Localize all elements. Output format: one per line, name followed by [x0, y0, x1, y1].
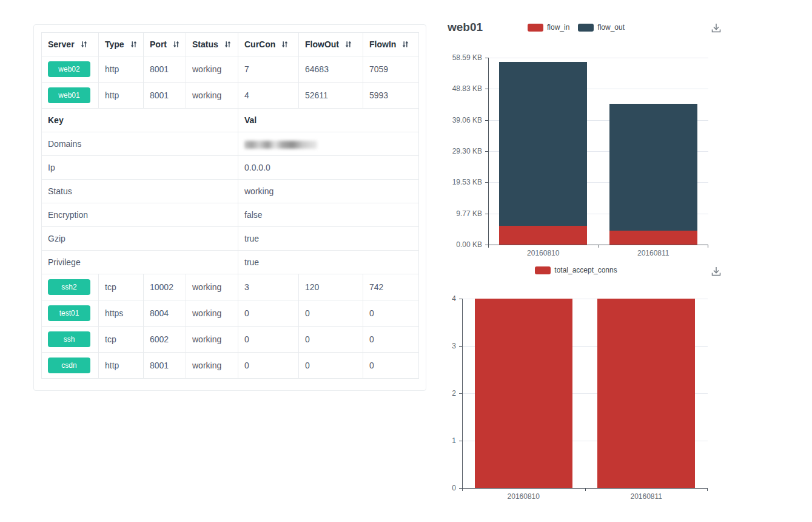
sort-icon[interactable] — [172, 40, 180, 49]
column-header-port[interactable]: Port — [144, 33, 186, 56]
kv-key-cell: Encryption — [42, 203, 238, 227]
curcon-cell: 4 — [238, 83, 299, 109]
flowin-cell: 0 — [363, 300, 419, 327]
y-axis-label: 2 — [432, 388, 456, 398]
save-as-image-button[interactable] — [710, 22, 723, 35]
server-table: ServerTypePortStatusCurConFlowOutFlowIn … — [41, 32, 419, 379]
sort-icon[interactable] — [281, 40, 289, 49]
flowin-cell: 0 — [363, 353, 419, 379]
server-badge-ssh2[interactable]: ssh2 — [48, 279, 90, 295]
legend-swatch — [578, 24, 594, 32]
column-header-status[interactable]: Status — [186, 33, 238, 56]
redacted-value — [244, 141, 317, 149]
server-cell: ssh — [42, 327, 99, 353]
kv-val-header: Val — [238, 109, 419, 132]
table-header-row: ServerTypePortStatusCurConFlowOutFlowIn — [42, 33, 419, 56]
type-cell: https — [99, 300, 144, 327]
download-icon — [710, 22, 723, 35]
x-axis-label: 20160810 — [487, 492, 560, 501]
header-label-wrap: CurCon — [244, 39, 292, 49]
sort-icon[interactable] — [224, 40, 232, 49]
server-cell: csdn — [42, 353, 99, 379]
type-cell: http — [99, 83, 144, 109]
y-axis-label: 4 — [432, 294, 456, 303]
flowout-cell: 120 — [299, 274, 363, 300]
curcon-cell: 0 — [238, 300, 299, 327]
y-axis-label: 39.06 KB — [437, 115, 482, 125]
server-cell: web01 — [42, 83, 99, 109]
server-badge-web02[interactable]: web02 — [48, 61, 90, 77]
server-badge-ssh[interactable]: ssh — [48, 331, 90, 347]
flowout-cell: 0 — [299, 327, 363, 353]
header-label-wrap: Server — [48, 39, 92, 49]
legend-item-total_accept_conns[interactable]: total_accept_conns — [535, 266, 617, 274]
kv-row-gzip: Gziptrue — [42, 227, 419, 251]
bar-flow_out-20160810[interactable] — [499, 62, 587, 226]
download-icon — [710, 265, 723, 279]
bar-flow_in-20160810[interactable] — [499, 226, 587, 245]
server-cell: web02 — [42, 56, 99, 83]
column-header-server[interactable]: Server — [42, 33, 99, 56]
sort-icon[interactable] — [80, 40, 88, 49]
server-row-ssh2: ssh2tcp10002working3120742 — [42, 274, 419, 300]
x-axis-line — [488, 245, 708, 245]
bar-total_accept_conns-20160811[interactable] — [597, 299, 695, 488]
server-row-test01: test01https8004working000 — [42, 300, 419, 327]
table-header: ServerTypePortStatusCurConFlowOutFlowIn — [42, 33, 419, 56]
header-label: Type — [105, 39, 124, 49]
bar-flow_in-20160811[interactable] — [609, 231, 697, 245]
port-cell: 6002 — [144, 327, 186, 353]
y-axis-line — [488, 58, 489, 245]
server-table-card: ServerTypePortStatusCurConFlowOutFlowIn … — [33, 24, 426, 391]
bar-flow_out-20160811[interactable] — [609, 104, 697, 231]
curcon-cell: 0 — [238, 353, 299, 379]
column-header-flowin[interactable]: FlowIn — [363, 33, 419, 56]
header-label-wrap: FlowOut — [305, 39, 357, 49]
y-axis-label: 3 — [432, 341, 456, 351]
kv-val-cell: true — [238, 227, 419, 251]
server-badge-web01[interactable]: web01 — [48, 87, 90, 103]
server-badge-csdn[interactable]: csdn — [48, 358, 90, 373]
y-axis-label: 48.83 KB — [437, 84, 482, 93]
bar-total_accept_conns-20160810[interactable] — [475, 299, 572, 488]
flow-chart-legend: flow_inflow_out — [443, 23, 710, 32]
sort-icon[interactable] — [401, 40, 409, 49]
legend-label: flow_out — [597, 23, 625, 32]
flowout-cell: 0 — [299, 353, 363, 379]
legend-label: flow_in — [547, 23, 569, 32]
curcon-cell: 7 — [238, 56, 299, 83]
y-axis-label: 29.30 KB — [437, 146, 482, 156]
kv-val-cell: false — [238, 203, 419, 227]
kv-header-row: KeyVal — [42, 109, 419, 132]
status-cell: working — [186, 83, 238, 109]
type-cell: tcp — [99, 274, 144, 300]
column-header-type[interactable]: Type — [99, 33, 144, 56]
save-as-image-button[interactable] — [710, 265, 723, 279]
legend-item-flow_in[interactable]: flow_in — [528, 23, 569, 32]
header-label-wrap: Port — [150, 39, 180, 49]
flowin-cell: 742 — [363, 274, 419, 300]
legend-item-flow_out[interactable]: flow_out — [578, 23, 625, 32]
server-row-web01: web01http8001working4526115993 — [42, 83, 419, 109]
kv-val-cell: 0.0.0.0 — [238, 156, 419, 180]
column-header-flowout[interactable]: FlowOut — [299, 33, 363, 56]
status-cell: working — [186, 353, 238, 379]
header-label: Status — [192, 39, 218, 49]
sort-icon[interactable] — [344, 40, 352, 49]
sort-icon[interactable] — [130, 40, 138, 49]
port-cell: 8001 — [144, 83, 186, 109]
table-body: web02http8001working7646837059web01http8… — [42, 56, 419, 379]
kv-row-domains: Domains — [42, 132, 419, 156]
header-label: CurCon — [244, 39, 275, 49]
y-axis-label: 58.59 KB — [437, 53, 482, 63]
y-axis-label: 0 — [432, 483, 456, 493]
server-row-ssh: sshtcp6002working000 — [42, 327, 419, 353]
kv-val-cell — [238, 132, 419, 156]
type-cell: http — [99, 56, 144, 83]
server-row-csdn: csdnhttp8001working000 — [42, 353, 419, 379]
server-badge-test01[interactable]: test01 — [48, 305, 90, 321]
port-cell: 8001 — [144, 56, 186, 83]
type-cell: http — [99, 353, 144, 379]
flowout-cell: 52611 — [299, 83, 363, 109]
column-header-curcon[interactable]: CurCon — [238, 33, 299, 56]
